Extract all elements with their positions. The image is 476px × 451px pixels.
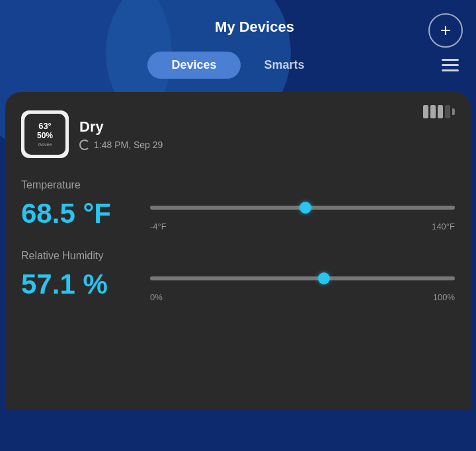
device-info: 63° 50% Govee Dry 1:48 PM, Sep 29 xyxy=(21,110,455,158)
battery-tip xyxy=(452,108,455,115)
battery-bar-3 xyxy=(438,105,443,118)
menu-button[interactable] xyxy=(438,55,463,75)
temperature-slider-labels: -4°F 140°F xyxy=(150,222,455,231)
battery-indicator xyxy=(423,105,455,118)
temperature-slider[interactable] xyxy=(150,206,455,210)
temperature-slider-container: -4°F 140°F xyxy=(150,195,455,231)
humidity-max-label: 100% xyxy=(433,292,455,302)
battery-bar-4 xyxy=(445,105,450,118)
temperature-value: 68.5 °F xyxy=(21,198,137,229)
header: My Devices + xyxy=(0,0,476,46)
humidity-slider[interactable] xyxy=(150,276,455,280)
humidity-block: Relative Humidity 57.1 % 0% 100% xyxy=(21,250,455,302)
humidity-slider-container: 0% 100% xyxy=(150,266,455,302)
timestamp-text: 1:48 PM, Sep 29 xyxy=(94,140,163,150)
humidity-slider-fill xyxy=(150,276,455,280)
device-thumbnail: 63° 50% Govee xyxy=(21,110,69,158)
battery-bar-1 xyxy=(423,105,428,118)
humidity-slider-labels: 0% 100% xyxy=(150,292,455,302)
humidity-min-label: 0% xyxy=(150,292,163,302)
temperature-block: Temperature 68.5 °F -4°F 140°F xyxy=(21,179,455,231)
page-title: My Devices xyxy=(46,19,463,36)
temperature-label: Temperature xyxy=(21,179,455,191)
temperature-row: 68.5 °F -4°F 140°F xyxy=(21,195,455,231)
device-screen: 63° 50% Govee xyxy=(24,114,65,155)
refresh-icon[interactable] xyxy=(79,140,90,150)
battery-bar-2 xyxy=(430,105,436,118)
thumb-brand: Govee xyxy=(38,142,52,147)
tab-group: Devices Smarts xyxy=(147,52,328,79)
thumb-hum-value: 50% xyxy=(37,132,53,140)
add-device-button[interactable]: + xyxy=(428,13,463,48)
device-timestamp: 1:48 PM, Sep 29 xyxy=(79,140,163,150)
menu-line-1 xyxy=(442,59,459,61)
temperature-min-label: -4°F xyxy=(150,222,167,231)
thumb-temp-value: 63° xyxy=(38,122,52,130)
plus-icon: + xyxy=(440,20,451,41)
humidity-slider-thumb[interactable] xyxy=(318,272,330,284)
humidity-label: Relative Humidity xyxy=(21,250,455,262)
menu-line-3 xyxy=(442,69,459,71)
tab-devices[interactable]: Devices xyxy=(147,52,240,79)
device-text-block: Dry 1:48 PM, Sep 29 xyxy=(79,118,163,150)
tab-bar: Devices Smarts xyxy=(0,46,476,92)
humidity-value: 57.1 % xyxy=(21,268,137,300)
temperature-max-label: 140°F xyxy=(432,222,455,231)
temperature-slider-thumb[interactable] xyxy=(299,202,311,214)
tab-smarts[interactable]: Smarts xyxy=(241,52,329,79)
device-name: Dry xyxy=(79,118,163,136)
menu-line-2 xyxy=(442,64,459,66)
humidity-row: 57.1 % 0% 100% xyxy=(21,266,455,302)
device-card: 63° 50% Govee Dry 1:48 PM, Sep 29 Temper… xyxy=(5,92,471,409)
